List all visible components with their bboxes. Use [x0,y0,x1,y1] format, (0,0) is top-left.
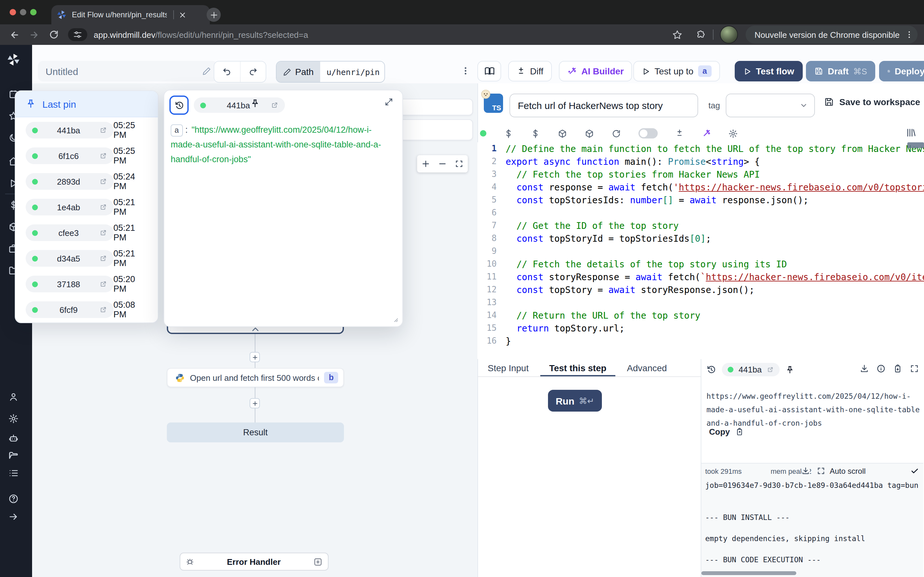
pin-badge[interactable]: 2893d [26,173,113,190]
list-icon[interactable] [8,468,19,478]
pin-row[interactable]: 6fcf9 05:08 PM [15,297,158,322]
run-button[interactable]: Run ⌘↵ [548,390,602,412]
kebab-menu-icon[interactable] [905,30,914,39]
download-icon[interactable] [801,467,810,475]
undo-button[interactable] [214,61,240,82]
browser-tab[interactable]: Edit Flow u/henri/pin_results [51,5,210,24]
resize-handle-icon[interactable] [391,316,399,322]
arrow-right-icon[interactable] [8,512,19,522]
new-tab-button[interactable] [207,8,221,22]
pin-row[interactable]: 441ba 05:25 PM [15,117,158,143]
avatar[interactable] [720,26,738,44]
external-link-icon[interactable] [99,280,107,288]
magic-wand-icon[interactable] [701,129,711,138]
external-link-icon[interactable] [99,229,107,237]
log-viewer[interactable]: took 291ms mem peak: 2 Auto scroll job=0… [701,463,923,577]
pin-badge[interactable]: 6fcf9 [26,301,113,318]
redo-button[interactable] [240,61,266,82]
result-value[interactable]: https://www.geoffreylitt.com/2025/04/12/… [706,390,921,430]
check-icon[interactable] [911,467,919,475]
flow-name-box[interactable]: Untitled [38,61,218,81]
back-icon[interactable] [9,29,20,40]
tag-select[interactable] [726,93,815,117]
external-link-icon[interactable] [99,126,107,134]
pin-badge[interactable]: 441ba [722,363,780,376]
error-handler-node[interactable]: Error Handler [180,553,328,571]
pin-row[interactable]: 1e4ab 05:21 PM [15,194,158,220]
external-link-icon[interactable] [99,306,107,314]
tab-step-input[interactable]: Step Input [488,359,529,376]
external-link-icon[interactable] [99,255,107,262]
download-icon[interactable] [860,364,869,373]
test-up-to-button[interactable]: Test up to a [633,61,720,81]
test-flow-button[interactable]: Test flow [735,61,803,81]
dollar-icon[interactable] [531,129,540,138]
pin-badge[interactable]: 441ba [194,97,285,113]
package-icon[interactable] [585,129,594,138]
log-horizontal-scrollbar[interactable] [701,571,796,575]
result-node[interactable]: Result [167,422,344,442]
step-title-input[interactable] [509,93,698,117]
close-window-button[interactable] [10,9,16,15]
history-icon[interactable] [706,365,716,374]
pin-icon[interactable] [785,365,795,374]
pin-icon[interactable] [250,99,260,108]
site-settings-chip[interactable] [68,28,87,41]
expand-icon[interactable] [384,97,393,106]
external-link-icon[interactable] [767,366,774,373]
clipboard-icon[interactable] [893,364,902,373]
folder-open-icon[interactable] [8,451,19,461]
docs-button[interactable] [477,61,501,81]
external-link-icon[interactable] [99,177,107,185]
forward-icon[interactable] [29,29,40,40]
save-to-workspace-button[interactable]: Save to workspace [824,97,920,107]
deploy-button[interactable]: Deploy [879,61,924,81]
pin-row[interactable]: d34a5 05:21 PM [15,245,158,271]
flow-step-node[interactable]: Open url and fetch first 500 words of ..… [167,368,344,387]
zoom-out-icon[interactable] [438,160,447,168]
library-columns-icon[interactable] [906,127,916,138]
user-icon[interactable] [8,392,19,402]
tab-advanced[interactable]: Advanced [627,359,667,376]
path-control[interactable]: Path u/henri/pin [276,61,385,83]
pencil-icon[interactable] [202,67,211,76]
pin-badge[interactable]: 37188 [26,276,113,292]
copy-button[interactable]: Copy [709,427,743,437]
extensions-puzzle-icon[interactable] [696,29,706,40]
maximize-icon[interactable] [817,467,825,475]
maximize-icon[interactable] [910,364,919,373]
close-tab-icon[interactable] [179,11,186,18]
refresh-icon[interactable] [612,129,621,138]
package-icon[interactable] [557,129,567,138]
fit-view-icon[interactable] [455,160,464,168]
chrome-update-chip[interactable]: Nouvelle version de Chrome disponible [746,26,918,44]
diff-button[interactable]: Diff [508,61,552,81]
pin-badge[interactable]: 1e4ab [26,199,113,215]
draft-button[interactable]: Draft ⌘S [806,61,876,81]
plus-square-icon[interactable] [313,557,323,566]
test-up-to-step-badge[interactable]: a [698,65,711,77]
external-link-icon[interactable] [99,203,107,211]
pin-badge[interactable]: cfee3 [26,224,113,241]
zoom-window-button[interactable] [30,9,37,15]
pin-badge[interactable]: 6f1c6 [26,147,113,164]
toolbar-kebab-icon[interactable] [461,66,470,76]
url-text[interactable]: app.windmill.dev/flows/edit/u/henri/pin_… [94,30,308,39]
external-link-icon[interactable] [271,101,278,109]
reload-icon[interactable] [49,29,59,40]
pin-badge[interactable]: d34a5 [26,250,113,267]
code-editor[interactable]: 1// Define the main function to fetch th… [477,142,924,359]
gear-icon[interactable] [8,414,19,424]
info-icon[interactable] [877,364,885,373]
insert-step-button[interactable] [250,352,260,362]
pin-row[interactable]: 6f1c6 05:25 PM [15,143,158,169]
pinned-result-json[interactable]: a:"https://www.geoffreylitt.com/2025/04/… [171,122,394,167]
zoom-in-icon[interactable] [421,160,430,168]
gear-icon[interactable] [728,129,738,138]
ai-builder-button[interactable]: AI Builder [559,61,632,81]
external-link-icon[interactable] [99,152,107,160]
pin-row[interactable]: 2893d 05:24 PM [15,169,158,194]
pin-badge[interactable]: 441ba [26,122,113,139]
history-button[interactable] [170,95,189,115]
pin-row[interactable]: 37188 05:20 PM [15,271,158,297]
